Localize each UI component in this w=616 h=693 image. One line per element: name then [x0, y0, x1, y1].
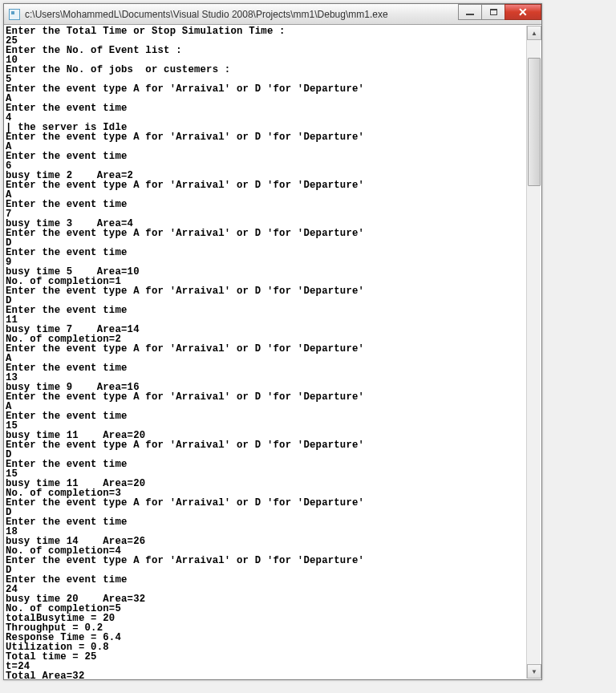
console-content: Enter the Total Time or Stop Simulation …: [5, 26, 525, 679]
scroll-up-arrow-icon[interactable]: ▲: [527, 26, 541, 40]
app-icon: [9, 9, 20, 20]
window-controls: ✕: [459, 4, 541, 20]
vertical-scrollbar[interactable]: ▲ ▼: [526, 26, 541, 679]
minimize-button[interactable]: [458, 4, 482, 20]
maximize-icon: [490, 9, 497, 15]
console-window: c:\Users\MohammedL\Documents\Visual Stud…: [3, 3, 542, 680]
titlebar[interactable]: c:\Users\MohammedL\Documents\Visual Stud…: [4, 4, 541, 25]
scroll-down-arrow-icon[interactable]: ▼: [527, 664, 541, 679]
maximize-button[interactable]: [481, 4, 505, 20]
minimize-icon: [466, 14, 474, 15]
close-button[interactable]: ✕: [505, 4, 541, 20]
close-icon: ✕: [518, 6, 528, 18]
console-output: Enter the Total Time or Stop Simulation …: [5, 26, 525, 679]
scroll-thumb[interactable]: [528, 58, 541, 186]
